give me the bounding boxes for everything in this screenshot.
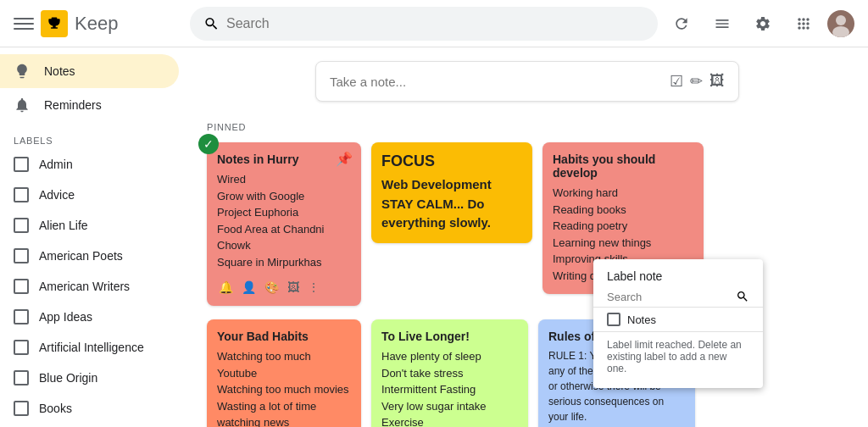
- take-note-actions: ☑ ✏ 🖼: [670, 72, 725, 91]
- note-card-bad-habits[interactable]: Your Bad Habits Watching too much Youtub…: [207, 319, 361, 427]
- label-text-books: Books: [39, 402, 72, 415]
- label-popup-warning: Label limit reached. Delete an existing …: [593, 331, 763, 381]
- label-popup-search[interactable]: [593, 286, 763, 308]
- label-item-admin[interactable]: Admin: [0, 149, 179, 180]
- note-pin-icon[interactable]: 📌: [336, 151, 353, 167]
- content-area: ☑ ✏ 🖼 PINNED ✓ Notes in Hurry 📌 Wired Gr…: [186, 47, 868, 427]
- label-text-blue-origin: Blue Origin: [39, 371, 97, 385]
- lightbulb-icon: [14, 63, 31, 80]
- image-action[interactable]: 🖼: [286, 279, 301, 296]
- popup-search-icon: [736, 290, 749, 303]
- header-right: [665, 7, 854, 41]
- sidebar-item-notes[interactable]: Notes: [0, 54, 179, 88]
- note-title-1: FOCUS: [381, 152, 522, 170]
- label-text-advice: Advice: [39, 188, 75, 202]
- label-item-american-writers[interactable]: American Writers: [0, 271, 179, 302]
- label-item-books[interactable]: Books: [0, 393, 179, 424]
- label-popup: Label note Notes Label limit reached. De…: [593, 259, 763, 388]
- label-icon-ai: [14, 340, 29, 355]
- label-icon-american-writers: [14, 279, 29, 294]
- keep-logo: [41, 10, 68, 37]
- label-item-blue-origin[interactable]: Blue Origin: [0, 363, 179, 393]
- header-left: Keep: [14, 10, 183, 37]
- svg-point-0: [836, 15, 846, 25]
- note-body-live-longer: Have plenty of sleep Don't take stress I…: [381, 348, 518, 427]
- label-text-ai: Artificial Intelligence: [39, 341, 144, 354]
- label-checkbox: [607, 313, 620, 326]
- take-note-bar[interactable]: ☑ ✏ 🖼: [315, 61, 739, 102]
- user-avatar[interactable]: [827, 10, 854, 37]
- label-icon-alien-life: [14, 218, 29, 233]
- label-icon-blue-origin: [14, 370, 29, 385]
- label-icon-books: [14, 401, 29, 416]
- search-icon: [203, 15, 220, 32]
- app-header: Keep: [0, 0, 868, 47]
- label-icon-advice: [14, 187, 29, 202]
- color-action[interactable]: 🎨: [263, 279, 281, 296]
- label-text-american-writers: American Writers: [39, 280, 130, 293]
- app-title: Keep: [75, 13, 118, 35]
- bell-icon: [14, 97, 31, 114]
- label-item-advice[interactable]: Advice: [0, 180, 179, 210]
- label-item-alien-life[interactable]: Alien Life: [0, 210, 179, 241]
- refresh-button[interactable]: [665, 7, 698, 41]
- draw-icon[interactable]: ✏: [690, 72, 703, 91]
- checkbox-icon[interactable]: ☑: [670, 72, 683, 91]
- search-input[interactable]: [226, 16, 644, 31]
- label-icon-admin: [14, 157, 29, 172]
- label-text-admin: Admin: [39, 158, 73, 171]
- note-card-notes-in-hurry[interactable]: ✓ Notes in Hurry 📌 Wired Grow with Googl…: [207, 142, 361, 306]
- main-layout: Notes Reminders LABELS Admin Advice Alie…: [0, 47, 868, 427]
- sidebar-item-label-reminders: Reminders: [44, 98, 102, 112]
- label-popup-item-label: Notes: [627, 313, 656, 326]
- sidebar-item-label-notes: Notes: [44, 64, 75, 78]
- note-checked-icon: ✓: [198, 134, 219, 154]
- note-title-2: Habits you should develop: [553, 152, 693, 180]
- note-title-0: Notes in Hurry: [217, 152, 351, 166]
- sidebar-item-reminders[interactable]: Reminders: [0, 88, 179, 122]
- person-action[interactable]: 👤: [240, 279, 258, 296]
- apps-button[interactable]: [787, 7, 821, 41]
- label-icon-american-poets: [14, 248, 29, 263]
- label-item-app-ideas[interactable]: App Ideas: [0, 302, 179, 332]
- label-text-app-ideas: App Ideas: [39, 310, 92, 324]
- note-card-focus[interactable]: FOCUS Web Development STAY CALM... Do ev…: [371, 142, 532, 243]
- label-item-artificial-intelligence[interactable]: Artificial Intelligence: [0, 332, 179, 363]
- sidebar: Notes Reminders LABELS Admin Advice Alie…: [0, 47, 186, 427]
- note-title-live-longer: To Live Longer!: [381, 330, 518, 343]
- note-body-1: Web Development STAY CALM... Do everythi…: [381, 175, 522, 233]
- label-popup-item-notes[interactable]: Notes: [593, 308, 763, 331]
- label-text-alien-life: Alien Life: [39, 219, 88, 232]
- note-title-bad-habits: Your Bad Habits: [217, 330, 351, 343]
- svg-point-1: [832, 26, 849, 37]
- label-popup-input[interactable]: [607, 291, 729, 303]
- note-body-bad-habits: Watching too much Youtube Watching too m…: [217, 348, 351, 427]
- note-body-0: Wired Grow with Google Project Euphoria …: [217, 171, 351, 270]
- label-text-american-poets: American Poets: [39, 249, 123, 263]
- label-icon-app-ideas: [14, 309, 29, 324]
- label-item-american-poets[interactable]: American Poets: [0, 241, 179, 271]
- image-icon[interactable]: 🖼: [709, 72, 725, 91]
- pinned-section-label: PINNED: [207, 122, 848, 132]
- take-note-input[interactable]: [330, 75, 670, 89]
- settings-button[interactable]: [746, 7, 780, 41]
- hamburger-menu[interactable]: [14, 14, 34, 34]
- bell-action[interactable]: 🔔: [217, 279, 235, 296]
- search-bar[interactable]: [190, 7, 658, 41]
- labels-section-header: LABELS: [0, 122, 186, 149]
- more-action[interactable]: ⋮: [306, 279, 321, 296]
- note-actions-0: 🔔 👤 🎨 🖼 ⋮: [217, 279, 351, 296]
- list-view-button[interactable]: [705, 7, 739, 41]
- note-card-live-longer[interactable]: To Live Longer! Have plenty of sleep Don…: [371, 319, 528, 427]
- label-popup-title: Label note: [593, 266, 763, 286]
